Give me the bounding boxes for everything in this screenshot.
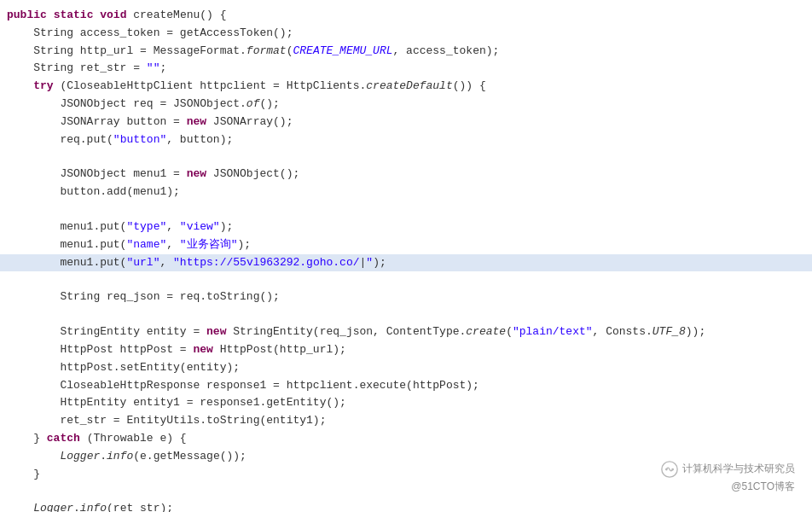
string-literal: "" [147,60,160,78]
code-line: } catch (Throwable e) { [0,430,812,448]
string-literal: " [366,254,373,272]
watermark: 计算机科学与技术研究员 @51CTO博客 [660,460,795,495]
plain-text: ); [220,218,234,236]
plain-text: StringEntity entity = [7,323,206,341]
plain-text: (e.getMessage()); [133,448,246,466]
plain-text: menu1.put( [7,218,126,236]
method-name: info [107,448,133,466]
code-line: HttpEntity entity1 = response1.getEntity… [0,394,812,412]
keyword: new [206,323,226,341]
string-chinese-literal: "业务咨询" [180,236,238,254]
code-line: menu1.put("url", "https://55vl963292.goh… [0,254,812,272]
plain-text: String req_json = req.toString(); [7,288,280,306]
plain-text: } [7,430,47,448]
string-literal: "https://55vl963292.goho.co/ [173,254,359,272]
plain-text: HttpPost httpPost = [7,341,193,359]
plain-text: menu1.put( [7,254,126,272]
keyword: catch [47,430,80,448]
plain-text: HttpEntity entity1 = response1.getEntity… [7,394,346,412]
plain-text: button.add(menu1); [7,183,180,201]
method-name: info [80,500,107,512]
method-name: Logger [60,448,100,466]
plain-text [93,7,100,25]
code-lines: public static void createMenu() { String… [0,7,812,512]
plain-text [47,7,54,25]
plain-text [7,500,33,512]
plain-text: ); [237,236,251,254]
plain-text: (Throwable e) { [80,430,187,448]
plain-text: , [166,218,180,236]
watermark-top: 计算机科学与技术研究员 [660,460,795,479]
string-literal: "plain/text" [513,323,593,341]
code-line: ret_str = EntityUtils.toString(entity1); [0,412,812,430]
code-line: JSONObject req = JSONObject.of(); [0,96,812,113]
keyword: new [187,113,206,131]
plain-text: ( [287,43,293,61]
code-line: CloseableHttpResponse response1 = httpcl… [0,377,812,395]
watermark-text-line1: 计算机科学与技术研究员 [682,461,795,477]
keyword: try [7,78,54,96]
code-line: httpPost.setEntity(entity); [0,359,812,377]
string-literal: "name" [126,236,166,254]
plain-text: (CloseableHttpClient httpclient = HttpCl… [54,78,367,96]
plain-text: menu1.put( [7,236,126,254]
method-name: UTF_8 [652,323,686,341]
code-line [0,271,812,288]
plain-text: , Consts. [593,323,652,341]
code-line: HttpPost httpPost = new HttpPost(http_ur… [0,341,812,359]
code-line: JSONObject menu1 = new JSONObject(); [0,166,812,183]
plain-text: JSONArray button = [7,113,187,131]
keyword: public [7,7,47,25]
plain-text: String access_token = getAccessToken(); [7,25,293,43]
constant-name: CREATE_MEMU_URL [293,43,392,61]
plain-text: String http_url = MessageFormat. [7,43,246,61]
plain-text: )); [686,323,705,341]
code-line: String ret_str = ""; [0,60,812,78]
code-line [0,201,812,218]
method-name: of [246,96,260,113]
plain-text: (); [259,96,279,113]
text-cursor: | [360,254,367,272]
string-literal: "type" [126,218,166,236]
svg-point-1 [665,468,668,470]
plain-text: JSONObject(); [206,166,299,183]
watermark-text-line2: @51CTO博客 [731,479,795,495]
plain-text: (ret_str); [107,500,173,512]
keyword: static [54,7,94,25]
code-line: menu1.put("name", "业务咨询"); [0,236,812,254]
plain-text: JSONObject req = JSONObject. [7,96,246,113]
code-line: String http_url = MessageFormat.format(C… [0,43,812,61]
code-line [0,148,812,166]
plain-text: } [7,466,40,484]
plain-text: String ret_str = [7,60,147,78]
code-line: public static void createMenu() { [0,7,812,25]
plain-text: ret_str = EntityUtils.toString(entity1); [7,412,326,430]
method-name: create [466,323,506,341]
keyword: void [100,7,126,25]
plain-text: , button); [166,131,233,149]
string-literal: "url" [126,254,160,272]
method-name: createDefault [366,78,452,96]
code-line: button.add(menu1); [0,183,812,201]
plain-text: . [73,500,80,512]
code-line: JSONArray button = new JSONArray(); [0,113,812,131]
keyword: new [193,341,212,359]
plain-text [7,448,60,466]
code-line: String req_json = req.toString(); [0,288,812,306]
svg-point-2 [671,468,674,470]
code-container: public static void createMenu() { String… [0,0,812,512]
plain-text: StringEntity(req_json, ContentType. [226,323,466,341]
plain-text: HttpPost(http_url); [213,341,346,359]
plain-text: . [100,448,107,466]
string-literal: "view" [180,218,220,236]
code-line: menu1.put("type", "view"); [0,218,812,236]
method-name: format [246,43,287,61]
code-line: try (CloseableHttpClient httpclient = Ht… [0,78,812,96]
code-line: StringEntity entity = new StringEntity(r… [0,323,812,341]
plain-text: ()) { [453,78,486,96]
plain-text: , [160,254,173,272]
plain-text: JSONObject menu1 = [7,166,187,183]
keyword: new [187,166,206,183]
plain-text: httpPost.setEntity(entity); [7,359,240,377]
code-line: String access_token = getAccessToken(); [0,25,812,43]
